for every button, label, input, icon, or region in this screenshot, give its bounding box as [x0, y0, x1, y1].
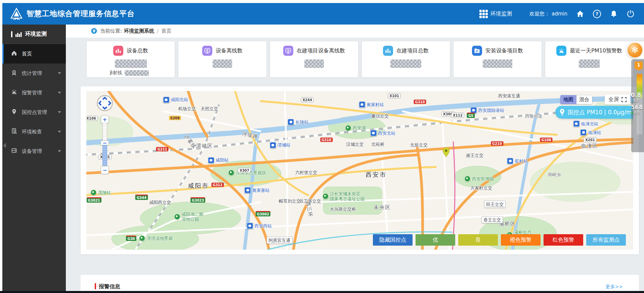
map-junction-label: 西安港互通 [498, 93, 520, 99]
zoom-in-button[interactable]: + [101, 115, 109, 123]
username[interactable]: admin [552, 11, 567, 17]
map-road-name: 河堤路 [242, 131, 259, 140]
map-canvas[interactable]: 西安市咸阳市渭城区未央区灞桥区临潼区韩峪乡西泉街道机场立交天照立交秦汉立交汉城立… [86, 91, 633, 250]
breadcrumb-page[interactable]: 首页 [161, 28, 171, 34]
legend-button-5[interactable]: 所有监测点 [586, 234, 626, 246]
chevron-down-icon [58, 111, 61, 113]
sidebar-item-5[interactable]: 设备管理 [2, 141, 66, 161]
map-station-marker: 咸阳北站 [162, 96, 188, 103]
fullscreen-icon [621, 97, 627, 102]
metro-icon [580, 129, 587, 136]
zoom-track-lower[interactable] [102, 145, 107, 166]
module-grid-icon[interactable] [479, 10, 488, 18]
sidebar-item-4[interactable]: 环境检查 [2, 122, 66, 141]
alarm-more-link[interactable]: 更多>> [606, 284, 623, 290]
download-arrow-icon: ▼ [631, 111, 633, 115]
scenic-pin-icon [90, 190, 96, 196]
map-city-label: 未央区 [374, 204, 391, 210]
legend-button-0[interactable]: 隐藏国控点 [373, 234, 413, 246]
zoom-track-upper[interactable] [102, 123, 107, 141]
chevron-down-icon [58, 150, 61, 152]
map-type-hybrid-button[interactable]: 混合 [576, 95, 592, 104]
help-icon[interactable]: ? [593, 10, 601, 18]
road-shield-g211: G211 [156, 147, 169, 152]
road-shield-g310: G310 [320, 137, 333, 142]
sidebar-title: 环境监测 [2, 25, 66, 44]
sidebar-item-2[interactable]: 报警管理 [2, 83, 66, 102]
map-type-map-button[interactable]: 地图 [560, 95, 576, 104]
home-icon[interactable] [576, 10, 584, 18]
download-speed: 568 [631, 104, 644, 111]
map-scenic-label: 西安世博园 [472, 176, 494, 181]
scenic-pin-icon [345, 125, 351, 131]
stat-card-title: 最近一天PM10预警数 [570, 47, 622, 54]
chart-icon [15, 31, 22, 37]
stat-card-0: 设备总数β射线 [87, 41, 175, 77]
module-switcher[interactable]: 环境监测 [490, 10, 512, 17]
stat-card-sub-label: β射线 [110, 70, 122, 76]
map-station-marker: 黄家寨站 [243, 187, 270, 194]
legend-button-2[interactable]: 良 [458, 234, 498, 246]
folder-icon [472, 46, 482, 56]
sidebar-title-accent [11, 31, 12, 37]
map-scenic-marker: 涝渭湿地景观 [138, 235, 173, 241]
road-shield-g108: G108 [540, 137, 553, 142]
monitor-icon [283, 46, 293, 56]
map-station-label: 西安西站 [254, 223, 272, 229]
inspect-icon [11, 128, 17, 135]
sidebar-item-3[interactable]: 国控点管理 [2, 102, 66, 122]
sidebar-item-label: 国控点管理 [22, 109, 58, 116]
legend-button-1[interactable]: 优 [416, 234, 455, 246]
selected-monitor-pin[interactable] [442, 147, 450, 157]
road-shield-s208: S208 [169, 116, 181, 120]
breadcrumb-system[interactable]: 环境监测系统 [124, 28, 154, 34]
metro-icon [208, 157, 214, 163]
stat-card-title: 在建项目设备离线数 [297, 47, 345, 54]
stat-card-title: 设备离线数 [216, 47, 243, 54]
legend-button-4[interactable]: 红色预警 [544, 234, 583, 246]
fullscreen-button[interactable]: 全屏 [605, 94, 630, 104]
chevron-down-icon [58, 72, 61, 74]
zoom-out-button[interactable]: − [101, 166, 109, 174]
stat-card-4: 安装设备项目数 [454, 41, 542, 77]
map-panel: 西安市咸阳市渭城区未央区灞桥区临潼区韩峪乡西泉街道机场立交天照立交秦汉立交汉城立… [81, 86, 639, 254]
sidebar-item-label: 报警管理 [22, 90, 58, 96]
scenic-pin-icon [323, 193, 329, 199]
welcome-label: 欢迎您： [529, 11, 550, 17]
accelerator-logo-icon[interactable]: ✻ [628, 43, 642, 57]
sidebar-collapse-arrow[interactable] [3, 143, 6, 148]
map-scenic-label: 咸阳湖二期湿地公园 [181, 212, 203, 222]
stat-card-value-masked [390, 59, 421, 68]
map-junction-label: 秦汉立交 [371, 113, 389, 119]
sidebar-item-0[interactable]: 首页 [2, 44, 66, 64]
upload-arrow-icon: ▲ [631, 99, 633, 102]
breadcrumb: 当前位置: 环境监测系统 / 首页 [66, 25, 644, 38]
metro-icon [288, 119, 294, 125]
map-junction-label: 谢王立交 [466, 153, 483, 159]
alarm-title-accent [95, 283, 96, 289]
stat-card-value-masked [213, 59, 232, 68]
map-scenic-marker: 咸阳湖二期湿地公园 [173, 212, 203, 222]
stat-card-value-masked [579, 59, 600, 68]
map-scenic-label: 西安湖 [353, 125, 366, 130]
power-icon[interactable] [627, 10, 635, 18]
monitor-point-tooltip: 国控点 PM10 | 0.0μg/m3 [555, 106, 633, 119]
map-junction-label: 方家村立交 [470, 185, 492, 191]
upload-speed: 0.8 [631, 92, 644, 98]
map-junction-label: 机场立交 [178, 106, 196, 112]
breadcrumb-separator: / [157, 28, 159, 34]
sidebar-item-label: 统计管理 [22, 70, 58, 77]
map-compass-control[interactable] [96, 95, 113, 112]
bell-icon[interactable] [610, 10, 618, 18]
road-shield-g312: G312 [211, 182, 224, 187]
scenic-pin-icon [174, 214, 180, 220]
map-station-marker: 西安北站 [369, 130, 395, 136]
pin-icon [11, 109, 17, 116]
map-station-marker: 临潼北站 [572, 121, 598, 127]
map-junction-label: 咸阳西立交 [149, 200, 171, 206]
sidebar-item-1[interactable]: 统计管理 [2, 64, 66, 83]
legend-button-3[interactable]: 橙色预警 [501, 234, 541, 246]
sidebar-item-label: 环境检查 [22, 129, 58, 135]
road-shield-g344: G344 [135, 195, 148, 200]
map-station-label: 窑村站 [515, 158, 528, 164]
